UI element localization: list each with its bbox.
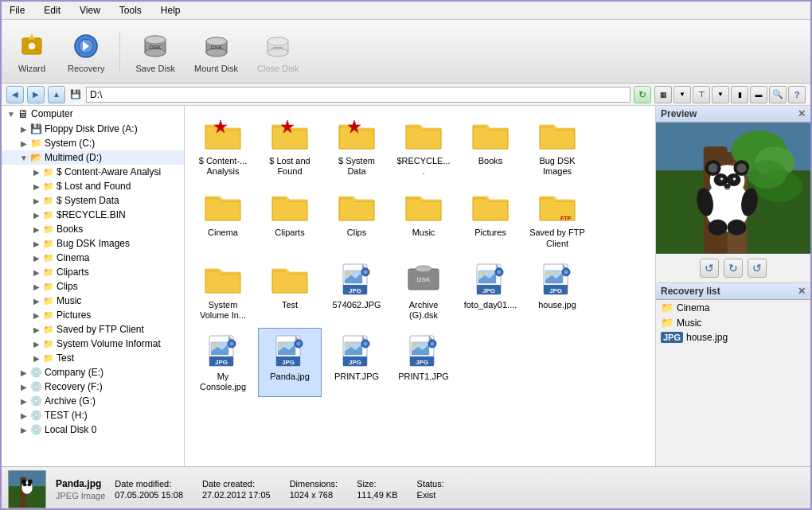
- file-label-bug-dsk-f: Bug DSK Images: [529, 156, 585, 177]
- mount-disk-button[interactable]: DSK Mount Disk: [187, 26, 245, 77]
- file-item-pictures-f[interactable]: Pictures: [459, 184, 522, 252]
- menu-edit[interactable]: Edit: [39, 3, 65, 18]
- recovery-item-cinema[interactable]: 📁 Cinema: [656, 300, 810, 315]
- svg-point-123: [709, 220, 728, 236]
- file-icon-my-console: JPG: [204, 332, 242, 370]
- file-item-574062[interactable]: JPG 574062.JPG: [325, 256, 388, 325]
- file-item-print-jpg[interactable]: JPG PRINT.JPG: [325, 328, 388, 396]
- status-file-info: Panda.jpg JPEG Image: [56, 478, 105, 500]
- drive-c-icon: 📁: [30, 138, 42, 149]
- file-item-panda[interactable]: JPG Panda.jpg: [258, 328, 322, 396]
- refresh-button[interactable]: ↻: [634, 86, 651, 103]
- rotate-left-button[interactable]: ↺: [700, 259, 719, 278]
- search-btn[interactable]: 🔍: [769, 86, 787, 103]
- rotate-right-button[interactable]: ↻: [724, 259, 743, 278]
- help-btn[interactable]: ?: [788, 86, 806, 103]
- recovery-button[interactable]: Recovery: [61, 26, 111, 77]
- tree-item-sysvol[interactable]: ▶ 📁 System Volume Informat: [2, 337, 184, 351]
- tree-item-content-aware[interactable]: ▶ 📁 $ Content-Aware Analysi: [2, 165, 184, 179]
- file-label-my-console: My Console.jpg: [195, 372, 251, 392]
- file-item-cinema-f[interactable]: Cinema: [191, 184, 255, 252]
- save-disk-button[interactable]: DSK Save Disk: [128, 26, 182, 77]
- file-item-print1-jpg[interactable]: JPG PRINT1.JPG: [392, 328, 455, 396]
- close-disk-button[interactable]: Close Disk: [250, 26, 306, 77]
- menu-help[interactable]: Help: [156, 3, 185, 18]
- file-item-music-f[interactable]: Music: [392, 184, 455, 252]
- file-label-print1-jpg: PRINT1.JPG: [398, 372, 449, 382]
- tree-item-cliparts[interactable]: ▶ 📁 Cliparts: [2, 265, 184, 279]
- file-item-house[interactable]: JPG house.jpg: [525, 256, 589, 325]
- tree-item-clips[interactable]: ▶ 📁 Clips: [2, 279, 184, 294]
- tree-expand-system-c[interactable]: ▶: [18, 139, 30, 148]
- menu-tools[interactable]: Tools: [115, 3, 146, 18]
- path-input[interactable]: [86, 87, 630, 103]
- tree-item-recycle[interactable]: ▶ 📁 $RECYCLE.BIN: [2, 208, 184, 222]
- tree-item-test-h[interactable]: ▶ 💿 TEST (H:): [2, 408, 184, 422]
- filter-btn[interactable]: ⊤: [693, 86, 710, 103]
- tree-item-company-e[interactable]: ▶ 💿 Company (E:): [2, 365, 184, 380]
- tree-label-recycle: $RECYCLE.BIN: [57, 209, 126, 220]
- tree-item-books[interactable]: ▶ 📁 Books: [2, 222, 184, 236]
- file-item-my-console[interactable]: JPG My Console.jpg: [191, 328, 255, 396]
- tree-item-recovery-f[interactable]: ▶ 💿 Recovery (F:): [2, 380, 184, 394]
- tree-item-system-c[interactable]: ▶ 📁 System (C:): [2, 136, 184, 150]
- file-item-clips-f[interactable]: Clips: [325, 184, 388, 252]
- close-disk-icon: [262, 30, 294, 62]
- svg-point-22: [267, 37, 288, 45]
- file-label-574062: 574062.JPG: [332, 300, 381, 310]
- file-item-bug-dsk-f[interactable]: Bug DSK Images: [525, 112, 589, 181]
- tree-item-floppy[interactable]: ▶ 💾 Floppy Disk Drive (A:): [2, 122, 184, 136]
- status-exist: Status: Exist: [417, 479, 444, 500]
- recovery-list-close-button[interactable]: ✕: [798, 286, 806, 297]
- tree-item-cinema[interactable]: ▶ 📁 Cinema: [2, 251, 184, 265]
- tree-item-bugdsk[interactable]: ▶ 📁 Bug DSK Images: [2, 236, 184, 251]
- mount-disk-icon: DSK: [201, 30, 232, 62]
- file-item-lost-found-f[interactable]: $ Lost and Found: [258, 112, 322, 181]
- tree-item-multimed-d[interactable]: ▼ 📂 Multimed (D:): [2, 150, 184, 165]
- tree-item-archive-g[interactable]: ▶ 💿 Archive (G:): [2, 394, 184, 408]
- tree-item-system-data[interactable]: ▶ 📁 $ System Data: [2, 193, 184, 208]
- tree-expand-content[interactable]: ▶: [30, 168, 43, 177]
- file-item-test-f[interactable]: Test: [258, 256, 322, 325]
- file-item-system-data-f[interactable]: $ System Data: [325, 112, 388, 181]
- view-btn-1[interactable]: ▦: [654, 86, 672, 103]
- back-button[interactable]: ◀: [6, 86, 24, 103]
- preview-refresh-button[interactable]: ↺: [748, 259, 767, 278]
- tree-item-local-disk0[interactable]: ▶ 💿 Local Disk 0: [2, 422, 184, 437]
- small-icons-btn[interactable]: ▬: [750, 86, 767, 103]
- recovery-item-music[interactable]: 📁 Music: [656, 315, 810, 330]
- tree-label-system-c: System (C:): [45, 138, 95, 149]
- tree-label-content: $ Content-Aware Analysi: [57, 166, 161, 177]
- file-item-content-aware-f[interactable]: $ Content-... Analysis: [191, 112, 255, 181]
- recovery-list-panel: Recovery list ✕ 📁 Cinema 📁 Music JPG hou…: [656, 282, 810, 466]
- tree-item-test[interactable]: ▶ 📁 Test: [2, 351, 184, 365]
- tree-expand-floppy[interactable]: ▶: [18, 125, 30, 134]
- sysvol-folder-icon: 📁: [43, 339, 54, 349]
- file-label-sysvol-f: System Volume In...: [195, 300, 251, 321]
- large-icons-btn[interactable]: ▮: [731, 86, 748, 103]
- file-item-sysvol-f[interactable]: System Volume In...: [191, 256, 255, 325]
- tree-item-savedftp[interactable]: ▶ 📁 Saved by FTP Client: [2, 322, 184, 337]
- menu-file[interactable]: File: [5, 3, 29, 18]
- tree-expand-multimed-d[interactable]: ▼: [18, 154, 30, 162]
- file-item-recycle-f[interactable]: $RECYCLE....: [392, 112, 455, 181]
- up-button[interactable]: ▲: [48, 86, 65, 103]
- tree-expand-computer[interactable]: ▼: [5, 110, 18, 119]
- tree-item-computer[interactable]: ▼ 🖥 Computer: [2, 106, 184, 122]
- recovery-item-house[interactable]: JPG house.jpg: [656, 330, 810, 345]
- wizard-button[interactable]: Wizard: [8, 26, 56, 77]
- file-icon-archive-g2: DSK: [404, 260, 443, 298]
- file-item-cliparts-f[interactable]: Cliparts: [258, 184, 322, 252]
- file-item-archive-g2[interactable]: DSK Archive (G).dsk: [392, 256, 455, 325]
- tree-item-music[interactable]: ▶ 📁 Music: [2, 294, 184, 308]
- file-item-saved-ftp-f[interactable]: FTP Saved by FTP Client: [525, 184, 589, 252]
- tree-item-lost-found[interactable]: ▶ 📁 $ Lost and Found: [2, 179, 184, 193]
- file-item-foto-day[interactable]: JPG foto_day01....: [459, 256, 522, 325]
- menu-view[interactable]: View: [75, 3, 105, 18]
- filter-dropdown[interactable]: ▼: [712, 86, 729, 103]
- preview-close-button[interactable]: ✕: [798, 108, 806, 119]
- forward-button[interactable]: ▶: [27, 86, 45, 103]
- view-dropdown[interactable]: ▼: [673, 86, 691, 103]
- file-item-books-f[interactable]: Books: [459, 112, 522, 181]
- tree-item-pictures[interactable]: ▶ 📁 Pictures: [2, 308, 184, 322]
